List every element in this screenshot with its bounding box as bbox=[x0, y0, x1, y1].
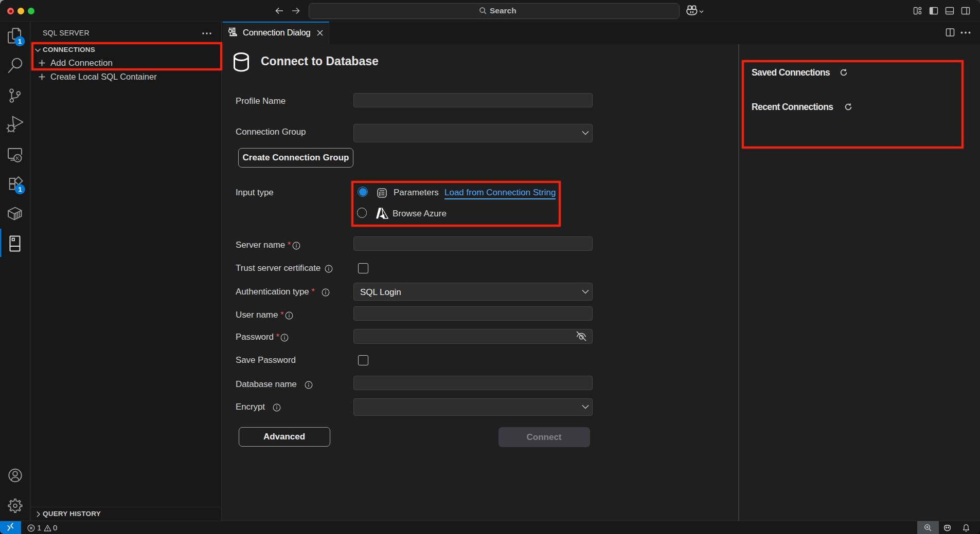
svg-text:1: 1 bbox=[18, 38, 22, 45]
svg-text:1: 1 bbox=[18, 186, 22, 193]
